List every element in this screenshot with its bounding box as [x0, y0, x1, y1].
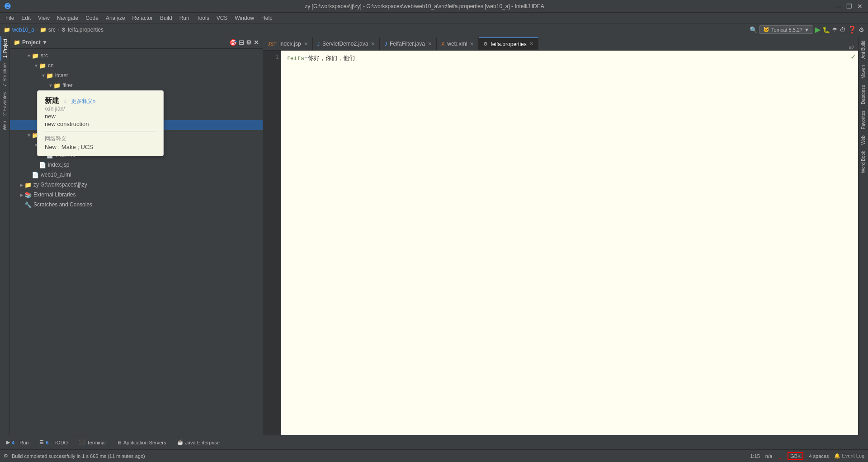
- encoding-badge[interactable]: GBK: [788, 452, 803, 460]
- cursor-position[interactable]: 1:15: [750, 453, 760, 459]
- tab-close-icon[interactable]: ✕: [428, 41, 432, 47]
- menu-code[interactable]: Code: [82, 14, 102, 22]
- project-panel-title: Project ▼: [22, 39, 47, 46]
- code-editor[interactable]: feifa=你好，你们，他们: [281, 51, 858, 435]
- editor-content[interactable]: 1 feifa=你好，你们，他们 ✓: [263, 51, 858, 435]
- menu-run[interactable]: Run: [176, 14, 193, 22]
- sidebar-tab-project[interactable]: 1: Project: [0, 36, 9, 61]
- menu-view[interactable]: View: [34, 14, 53, 22]
- tree-item-indexjsp[interactable]: 📄 index.jsp: [10, 160, 263, 170]
- breadcrumb-web10a[interactable]: web10_a: [12, 27, 34, 33]
- tooltip-translation-new: new: [45, 113, 156, 120]
- right-tab-favorites[interactable]: Favorites: [859, 108, 867, 132]
- breadcrumb-src-label[interactable]: src: [48, 27, 56, 33]
- indent-setting[interactable]: 4 spaces: [809, 453, 829, 459]
- menu-analyze[interactable]: Analyze: [102, 14, 129, 22]
- sidebar-tab-web[interactable]: Web: [1, 118, 9, 133]
- java-icon: J: [317, 41, 320, 47]
- bottom-tab-terminal[interactable]: ⬛ Terminal: [76, 435, 108, 449]
- folder-icon: 📁: [32, 52, 39, 59]
- settings-icon[interactable]: ⚙: [246, 39, 252, 46]
- tree-item-zy[interactable]: ▶ 📁 zy G:\workspaces\jj\zy: [10, 180, 263, 190]
- tab-label: web.xml: [447, 41, 467, 47]
- help-button[interactable]: ❓: [848, 25, 857, 34]
- java-icon: J: [384, 41, 387, 47]
- menu-vcs[interactable]: VCS: [213, 14, 231, 22]
- breadcrumb-src[interactable]: 📁: [40, 27, 47, 33]
- tomcat-run-config[interactable]: 🐱 Tomcat 8.5.27 ▼: [759, 25, 813, 34]
- tab-overflow-count[interactable]: ≡2: [845, 45, 858, 50]
- line-numbers: 1: [263, 51, 281, 435]
- tree-label: cn: [48, 62, 54, 69]
- code-equals: =: [304, 55, 308, 62]
- menu-window[interactable]: Window: [231, 14, 258, 22]
- status-bar: ⚙ Build completed successfully in 1 s 66…: [0, 449, 868, 462]
- tab-webxml[interactable]: X web.xml ✕: [437, 37, 479, 50]
- right-tab-ant[interactable]: Ant Build: [859, 38, 867, 61]
- tab-servletdemo2[interactable]: J ServletDemo2.java ✕: [313, 37, 380, 50]
- right-side-tabs: Ant Build Maven Database Favorites Web W…: [858, 36, 868, 435]
- tab-index-jsp[interactable]: JSP index.jsp ✕: [263, 37, 313, 50]
- project-panel: 📁 Project ▼ 🎯 ⊟ ⚙ ✕ 新建 ☆ 更多释义» /xīn jiàn…: [10, 36, 263, 435]
- tab-close-icon[interactable]: ✕: [371, 41, 375, 47]
- tab-feifafilter[interactable]: J FeifaFilter.java ✕: [380, 37, 437, 50]
- menu-tools[interactable]: Tools: [193, 14, 213, 22]
- right-tab-wordbook[interactable]: Word Book: [859, 148, 867, 176]
- bottom-tab-app-servers[interactable]: 🖥 Application Servers: [114, 435, 169, 449]
- editor-area: JSP index.jsp ✕ J ServletDemo2.java ✕ J …: [263, 36, 858, 435]
- tooltip-more-link[interactable]: 更多释义»: [71, 98, 96, 105]
- right-tab-database[interactable]: Database: [859, 82, 867, 107]
- tree-item-filter[interactable]: ▼ 📁 filter: [10, 80, 263, 90]
- debug-button[interactable]: 🐛: [822, 26, 830, 33]
- tree-item-cn[interactable]: ▼ 📁 cn: [10, 61, 263, 70]
- maximize-button[interactable]: ❐: [845, 3, 853, 10]
- collapse-all-icon[interactable]: ⊟: [239, 39, 244, 46]
- run-button[interactable]: ▶: [815, 25, 821, 34]
- red-arrow-indicator: ↓: [778, 451, 782, 461]
- menu-edit[interactable]: Edit: [18, 14, 34, 22]
- tree-item-iml[interactable]: 📄 web10_a.iml: [10, 170, 263, 180]
- close-panel-icon[interactable]: ✕: [254, 39, 259, 46]
- sidebar-tab-structure[interactable]: 7: Structure: [1, 61, 9, 89]
- java-enterprise-label: Java Enterprise: [185, 440, 220, 445]
- tree-item-itcast[interactable]: ▼ 📁 itcast: [10, 70, 263, 80]
- tooltip-star[interactable]: ☆: [63, 98, 67, 104]
- menu-file[interactable]: File: [2, 14, 18, 22]
- event-log-button[interactable]: 🔔 Event Log: [834, 453, 864, 459]
- profile-button[interactable]: ⏱: [840, 26, 846, 33]
- tree-arrow: ▼: [48, 83, 53, 88]
- tab-close-icon[interactable]: ✕: [529, 41, 533, 47]
- menu-help[interactable]: Help: [258, 14, 276, 22]
- tree-item-ext-libs[interactable]: ▶ 📚 External Libraries: [10, 190, 263, 200]
- locate-file-icon[interactable]: 🎯: [229, 39, 237, 46]
- tab-feifa-props[interactable]: ⚙ feifa.properties ✕: [479, 37, 538, 50]
- breadcrumb-file[interactable]: feifa.properties: [68, 27, 104, 33]
- tooltip-network-label: 网络释义: [45, 135, 156, 143]
- terminal-label: Terminal: [87, 440, 106, 445]
- tree-item-src[interactable]: ▼ 📁 src: [10, 51, 263, 61]
- tab-close-icon[interactable]: ✕: [304, 41, 308, 47]
- search-everywhere-icon[interactable]: 🔍: [750, 26, 757, 33]
- bottom-tab-run[interactable]: ▶ 4: Run: [4, 435, 31, 449]
- tomcat-icon: 🐱: [763, 27, 769, 33]
- translation-tooltip: 新建 ☆ 更多释义» /xīn jiàn/ new new constructi…: [37, 90, 164, 156]
- scratches-icon: 🔧: [24, 201, 32, 208]
- sidebar-tab-favorites[interactable]: 2: Favorites: [1, 89, 9, 118]
- folder-icon: 📁: [46, 72, 53, 79]
- settings-button[interactable]: ⚙: [859, 26, 864, 33]
- close-button[interactable]: ✕: [856, 3, 863, 10]
- bottom-tab-todo[interactable]: ☰ 6: TODO: [37, 435, 71, 449]
- menu-navigate[interactable]: Navigate: [53, 14, 82, 22]
- java-ee-icon: ☕: [177, 439, 184, 445]
- right-tab-web[interactable]: Web: [859, 133, 867, 147]
- title-text: zy [G:\workspaces\jj\zy] - G:\workspaces…: [14, 3, 835, 9]
- tab-close-icon[interactable]: ✕: [470, 41, 474, 47]
- bottom-tab-java-enterprise[interactable]: ☕ Java Enterprise: [175, 435, 222, 449]
- menu-refactor[interactable]: Refactor: [129, 14, 156, 22]
- coverage-button[interactable]: ☂: [832, 26, 838, 33]
- menu-build[interactable]: Build: [156, 14, 176, 22]
- tree-item-scratches[interactable]: 🔧 Scratches and Consoles: [10, 200, 263, 210]
- tree-arrow: ▶: [19, 192, 24, 197]
- right-tab-maven[interactable]: Maven: [859, 62, 867, 81]
- minimize-button[interactable]: —: [835, 3, 842, 10]
